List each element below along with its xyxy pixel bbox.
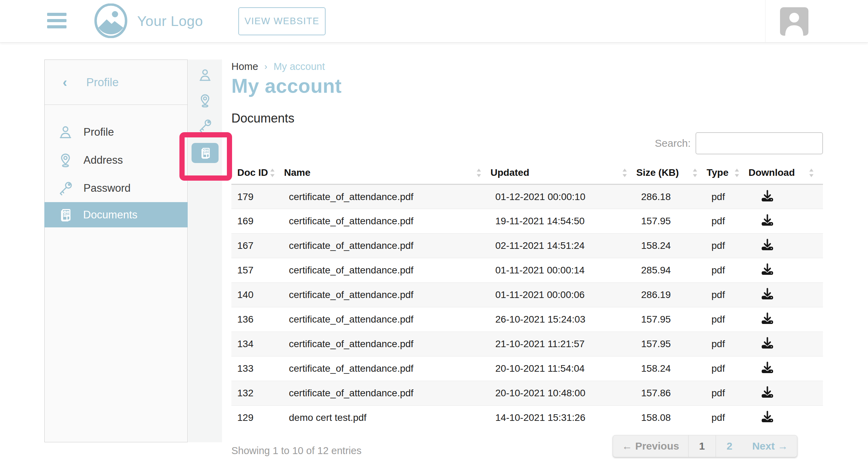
pagination-page-button[interactable]: 2 [716,435,743,457]
doc-type-cell: pdf [707,209,749,234]
doc-type-cell: pdf [707,307,749,332]
doc-download-cell [749,234,823,258]
pagination-previous-button[interactable]: ← Previous [613,435,689,457]
download-icon[interactable] [762,386,773,398]
doc-id-cell: 133 [231,356,284,381]
location-icon[interactable] [197,93,213,109]
sort-icon[interactable] [692,169,698,177]
doc-name-cell: demo cert test.pdf [284,406,490,430]
sidebar-item-documents[interactable]: Documents [44,202,188,227]
table-row[interactable]: 157 certificate_of_attendance.pdf 01-11-… [231,258,823,283]
sidebar-header-label[interactable]: Profile [86,60,119,105]
doc-size-cell: 286.19 [636,283,707,307]
sidebar-item-address[interactable]: Address [45,146,187,174]
doc-name-cell: certificate_of_attendance.pdf [284,356,490,381]
documents-rail-icon[interactable] [192,143,219,163]
doc-id-cell: 140 [231,283,284,307]
doc-type-cell: pdf [707,258,749,283]
logo-image-icon[interactable] [94,3,128,39]
download-icon[interactable] [762,337,773,349]
top-bar: Your Logo VIEW WEBSITE [0,0,868,43]
doc-id-cell: 129 [231,406,284,430]
sort-icon[interactable] [809,169,814,177]
sort-icon[interactable] [476,169,481,177]
doc-name-cell: certificate_of_attendance.pdf [284,283,490,307]
column-header-doc-id[interactable]: Doc ID [231,163,284,184]
table-row[interactable]: 133 certificate_of_attendance.pdf 20-10-… [231,356,823,381]
download-icon[interactable] [762,288,773,299]
profile-sidebar: ‹ Profile Profile Address [44,60,188,442]
download-icon[interactable] [762,239,773,250]
doc-type-cell: pdf [707,381,749,406]
column-label: Type [707,167,728,178]
table-row[interactable]: 134 certificate_of_attendance.pdf 21-10-… [231,332,823,356]
sort-icon[interactable] [270,169,275,177]
column-label: Name [284,167,310,178]
doc-updated-cell: 21-10-2021 11:21:57 [490,332,636,356]
search-row: Search: [231,132,823,155]
hamburger-menu-icon[interactable] [47,13,67,30]
user-avatar[interactable] [780,7,808,36]
table-row[interactable]: 129 demo cert test.pdf 14-10-2021 15:31:… [231,406,823,430]
sidebar-item-label: Documents [83,209,138,221]
showing-entries-text: Showing 1 to 10 of 12 entries [231,445,362,457]
doc-name-cell: certificate_of_attendance.pdf [284,307,490,332]
sidebar-item-label: Password [83,182,131,195]
key-icon [57,180,74,197]
doc-updated-cell: 01-12-2021 00:00:10 [490,184,636,209]
breadcrumb-current-link[interactable]: My account [274,61,325,72]
column-header-name[interactable]: Name [284,163,490,184]
sidebar-item-label: Address [83,154,123,166]
back-chevron-icon[interactable]: ‹ [63,60,67,105]
pagination: ← Previous 1 2 Next → [613,435,797,457]
doc-download-cell [749,381,823,406]
logo-text: Your Logo [137,0,203,43]
column-header-size[interactable]: Size (KB) [636,163,707,184]
sort-icon[interactable] [622,169,627,177]
view-website-button[interactable]: VIEW WEBSITE [238,7,326,35]
search-input[interactable] [696,132,823,154]
download-icon[interactable] [762,411,773,422]
sort-icon[interactable] [734,169,739,177]
column-header-download[interactable]: Download [749,163,823,184]
column-label: Download [749,167,795,178]
column-header-updated[interactable]: Updated [490,163,636,184]
doc-size-cell: 286.18 [636,184,707,209]
doc-updated-cell: 14-10-2021 15:31:26 [490,406,636,430]
table-row[interactable]: 136 certificate_of_attendance.pdf 26-10-… [231,307,823,332]
main-content: Home › My account My account Documents S… [231,61,823,457]
doc-updated-cell: 26-10-2021 15:24:03 [490,307,636,332]
breadcrumb-home-link[interactable]: Home [231,61,258,72]
table-row[interactable]: 140 certificate_of_attendance.pdf 01-11-… [231,283,823,307]
download-icon[interactable] [762,362,773,373]
pagination-page-button[interactable]: 1 [689,435,716,457]
doc-type-cell: pdf [707,406,749,430]
sidebar-item-password[interactable]: Password [45,174,187,202]
collapsed-icon-rail [188,60,222,442]
sidebar-items: Profile Address Password [45,105,187,227]
doc-download-cell [749,283,823,307]
doc-id-cell: 134 [231,332,284,356]
pagination-next-button[interactable]: Next → [743,435,797,457]
download-icon[interactable] [762,313,773,324]
doc-download-cell [749,356,823,381]
table-row[interactable]: 169 certificate_of_attendance.pdf 19-11-… [231,209,823,234]
doc-name-cell: certificate_of_attendance.pdf [284,209,490,234]
table-row[interactable]: 179 certificate_of_attendance.pdf 01-12-… [231,184,823,209]
column-label: Size (KB) [636,167,679,178]
doc-name-cell: certificate_of_attendance.pdf [284,184,490,209]
doc-updated-cell: 02-11-2021 14:51:24 [490,234,636,258]
doc-id-cell: 136 [231,307,284,332]
column-header-type[interactable]: Type [707,163,749,184]
doc-download-cell [749,184,823,209]
person-icon[interactable] [197,67,213,83]
table-row[interactable]: 132 certificate_of_attendance.pdf 20-10-… [231,381,823,406]
download-icon[interactable] [762,263,773,275]
sidebar-item-profile[interactable]: Profile [45,118,187,146]
download-icon[interactable] [762,190,773,201]
doc-type-cell: pdf [707,356,749,381]
key-icon[interactable] [197,118,213,134]
doc-size-cell: 158.24 [636,356,707,381]
download-icon[interactable] [762,214,773,226]
table-row[interactable]: 167 certificate_of_attendance.pdf 02-11-… [231,234,823,258]
